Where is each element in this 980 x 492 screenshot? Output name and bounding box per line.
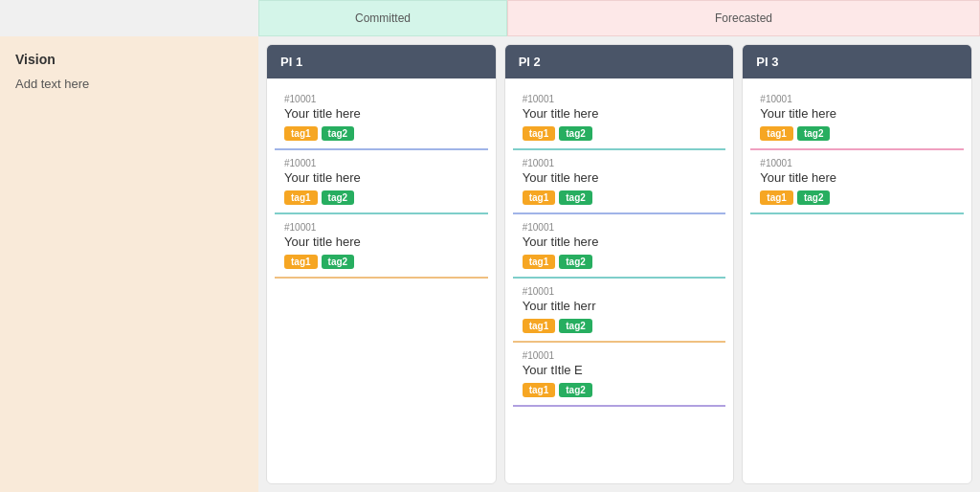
committed-label: Committed bbox=[355, 11, 411, 25]
card-id: #10001 bbox=[284, 94, 479, 104]
committed-header: Committed bbox=[258, 0, 507, 36]
pi-container: PI 1#10001Your title heretag1tag2#10001Y… bbox=[258, 36, 980, 492]
tag1: tag1 bbox=[523, 319, 556, 333]
card-tags: tag1tag2 bbox=[523, 126, 717, 141]
card-tags: tag1tag2 bbox=[284, 190, 479, 205]
sidebar-add-text[interactable]: Add text here bbox=[15, 77, 243, 91]
pi-column-pi2: PI 2#10001Your title heretag1tag2#10001Y… bbox=[504, 44, 735, 484]
card-id: #10001 bbox=[760, 94, 954, 104]
card[interactable]: #10001Your title heretag1tag2 bbox=[513, 214, 726, 279]
card-tags: tag1tag2 bbox=[284, 255, 479, 269]
card-title: Your title here bbox=[284, 170, 479, 185]
card-id: #10001 bbox=[523, 286, 717, 297]
tag1: tag1 bbox=[760, 190, 793, 205]
pi-header-pi1: PI 1 bbox=[267, 45, 496, 78]
tag1: tag1 bbox=[523, 255, 556, 269]
card-title: Your title here bbox=[284, 106, 479, 121]
card-title: Your title here bbox=[523, 235, 717, 249]
card-tags: tag1tag2 bbox=[284, 126, 479, 141]
tag1: tag1 bbox=[760, 126, 793, 141]
card[interactable]: #10001Your title herrtag1tag2 bbox=[513, 279, 726, 343]
pi-header-pi3: PI 3 bbox=[743, 45, 971, 78]
card-title: Your title herr bbox=[523, 299, 717, 313]
card-id: #10001 bbox=[284, 222, 479, 233]
card[interactable]: #10001Your title heretag1tag2 bbox=[513, 150, 726, 214]
pi-column-pi3: PI 3#10001Your title heretag1tag2#10001Y… bbox=[742, 44, 972, 484]
card[interactable]: #10001Your title heretag1tag2 bbox=[513, 86, 726, 150]
tag1: tag1 bbox=[523, 126, 556, 141]
tag2: tag2 bbox=[559, 126, 592, 141]
tag1: tag1 bbox=[523, 383, 556, 397]
sidebar: Vision Add text here bbox=[0, 36, 258, 492]
card-tags: tag1tag2 bbox=[760, 126, 954, 141]
pi-cards-pi1: #10001Your title heretag1tag2#10001Your … bbox=[267, 78, 496, 286]
tag1: tag1 bbox=[284, 190, 318, 205]
pi-column-pi1: PI 1#10001Your title heretag1tag2#10001Y… bbox=[266, 44, 497, 484]
tag1: tag1 bbox=[284, 255, 318, 269]
tag2: tag2 bbox=[559, 190, 592, 205]
top-header: Committed Forecasted bbox=[258, 0, 980, 36]
card[interactable]: #10001Your tItle Etag1tag2 bbox=[513, 343, 726, 407]
tag2: tag2 bbox=[559, 255, 592, 269]
card[interactable]: #10001Your title heretag1tag2 bbox=[750, 150, 964, 214]
card-id: #10001 bbox=[523, 158, 717, 168]
card-title: Your title here bbox=[284, 235, 479, 249]
card[interactable]: #10001Your title heretag1tag2 bbox=[275, 150, 488, 214]
tag1: tag1 bbox=[284, 126, 318, 141]
card-id: #10001 bbox=[284, 158, 479, 168]
tag2: tag2 bbox=[797, 190, 831, 205]
forecasted-label: Forecasted bbox=[715, 11, 772, 25]
card-id: #10001 bbox=[523, 222, 717, 233]
pi-cards-pi2: #10001Your title heretag1tag2#10001Your … bbox=[505, 78, 734, 414]
tag2: tag2 bbox=[322, 126, 355, 141]
forecasted-header: Forecasted bbox=[507, 0, 980, 36]
card-title: Your title here bbox=[523, 106, 717, 121]
tag2: tag2 bbox=[322, 190, 355, 205]
card-tags: tag1tag2 bbox=[523, 190, 717, 205]
card[interactable]: #10001Your title heretag1tag2 bbox=[275, 214, 488, 279]
pi-cards-pi3: #10001Your title heretag1tag2#10001Your … bbox=[743, 78, 971, 222]
pi-header-pi2: PI 2 bbox=[505, 45, 734, 78]
tag1: tag1 bbox=[523, 190, 556, 205]
tag2: tag2 bbox=[797, 126, 831, 141]
main-content: Vision Add text here PI 1#10001Your titl… bbox=[0, 36, 980, 492]
card[interactable]: #10001Your title heretag1tag2 bbox=[750, 86, 964, 150]
card-tags: tag1tag2 bbox=[523, 383, 717, 397]
card-title: Your title here bbox=[523, 170, 717, 185]
tag2: tag2 bbox=[559, 319, 592, 333]
card[interactable]: #10001Your title heretag1tag2 bbox=[275, 86, 488, 150]
card-tags: tag1tag2 bbox=[760, 190, 954, 205]
sidebar-vision: Vision bbox=[15, 52, 243, 67]
card-title: Your title here bbox=[760, 106, 954, 121]
card-tags: tag1tag2 bbox=[523, 319, 717, 333]
tag2: tag2 bbox=[322, 255, 355, 269]
card-id: #10001 bbox=[523, 350, 717, 361]
card-title: Your tItle E bbox=[523, 363, 717, 377]
card-id: #10001 bbox=[760, 158, 954, 168]
tag2: tag2 bbox=[559, 383, 592, 397]
card-title: Your title here bbox=[760, 170, 954, 185]
card-id: #10001 bbox=[523, 94, 717, 104]
card-tags: tag1tag2 bbox=[523, 255, 717, 269]
